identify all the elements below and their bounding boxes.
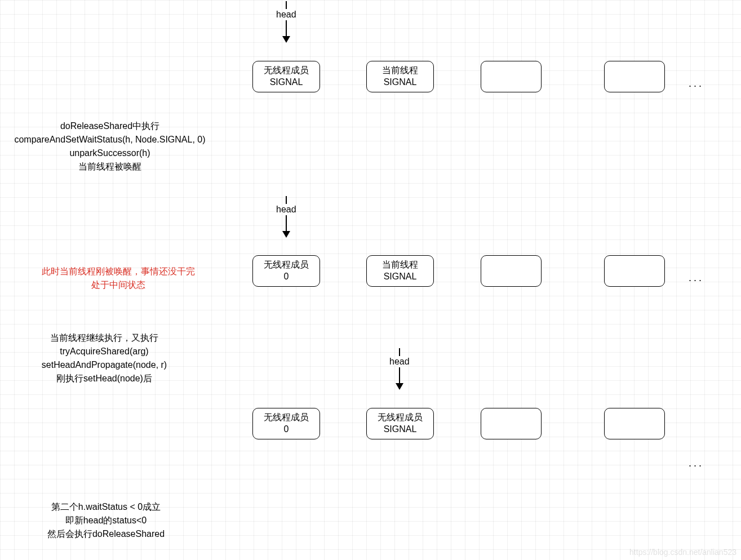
queue-node: 无线程成员 0	[252, 408, 320, 439]
node-line2: SIGNAL	[384, 77, 417, 88]
text-line: 然后会执行doReleaseShared	[47, 527, 165, 541]
queue-node: 无线程成员 SIGNAL	[366, 408, 434, 439]
node-line1: 无线程成员	[378, 412, 423, 424]
step-description: 第二个h.waitStatus < 0成立 即新head的status<0 然后…	[47, 500, 165, 541]
ellipsis-icon: ...	[689, 78, 704, 90]
text-line: compareAndSetWaitStatus(h, Node.SIGNAL, …	[14, 133, 205, 146]
text-line: 刚执行setHead(node)后	[42, 372, 167, 385]
ellipsis-icon: ...	[689, 272, 704, 284]
step-description: 当前线程继续执行，又执行 tryAcquireShared(arg) setHe…	[42, 331, 167, 385]
text-line: 当前线程被唤醒	[14, 160, 205, 174]
ellipsis-icon: ...	[689, 457, 704, 469]
node-line1: 无线程成员	[264, 412, 309, 424]
text-line: unparkSuccessor(h)	[14, 146, 205, 160]
queue-node: 无线程成员 0	[252, 255, 320, 287]
queue-node-empty	[604, 61, 665, 92]
queue-node-empty	[481, 255, 542, 287]
queue-node-empty	[604, 408, 665, 439]
arrow-stem	[286, 20, 287, 37]
node-line1: 无线程成员	[264, 259, 309, 271]
step-description-highlight: 此时当前线程刚被唤醒，事情还没干完 处于中间状态	[42, 265, 195, 292]
text-line: 当前线程继续执行，又执行	[42, 331, 167, 345]
text-line: 处于中间状态	[42, 278, 195, 292]
diagram-canvas: head 无线程成员 SIGNAL 当前线程 SIGNAL ... doRele…	[0, 0, 741, 560]
text-line: setHeadAndPropagate(node, r)	[42, 358, 167, 372]
arrow-stem	[286, 196, 287, 204]
head-arrow-row1: head	[276, 1, 296, 43]
head-arrow-row2: head	[276, 196, 296, 238]
arrow-label: head	[389, 357, 410, 367]
text-line: 即新head的status<0	[47, 514, 165, 527]
queue-node-empty	[481, 408, 542, 439]
text-line: 第二个h.waitStatus < 0成立	[47, 500, 165, 514]
step-description: doReleaseShared中执行 compareAndSetWaitStat…	[14, 119, 205, 174]
arrow-label: head	[276, 205, 296, 215]
arrow-stem	[399, 367, 400, 384]
text-line: tryAcquireShared(arg)	[42, 345, 167, 358]
node-line1: 当前线程	[382, 65, 418, 77]
node-line1: 当前线程	[382, 259, 418, 271]
watermark: https://blog.csdn.net/anlian523	[629, 548, 736, 557]
node-line2: SIGNAL	[384, 424, 417, 435]
text-line: 此时当前线程刚被唤醒，事情还没干完	[42, 265, 195, 278]
node-line1: 无线程成员	[264, 65, 309, 77]
queue-node-empty	[481, 61, 542, 92]
node-line2: SIGNAL	[384, 271, 417, 283]
node-line2: SIGNAL	[270, 77, 303, 88]
arrow-stem	[286, 215, 287, 232]
queue-node: 无线程成员 SIGNAL	[252, 61, 320, 92]
text-line: doReleaseShared中执行	[14, 119, 205, 133]
queue-node: 当前线程 SIGNAL	[366, 255, 434, 287]
arrow-label: head	[276, 10, 296, 20]
node-line2: 0	[284, 271, 289, 283]
node-line2: 0	[284, 424, 289, 435]
arrow-stem	[399, 348, 400, 356]
queue-node: 当前线程 SIGNAL	[366, 61, 434, 92]
queue-node-empty	[604, 255, 665, 287]
head-arrow-row3: head	[389, 348, 410, 390]
arrow-stem	[286, 1, 287, 9]
